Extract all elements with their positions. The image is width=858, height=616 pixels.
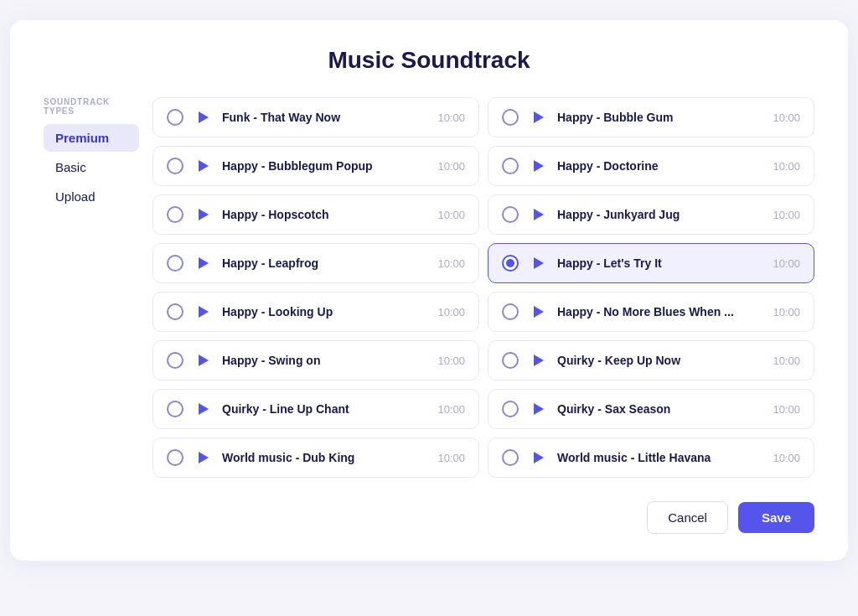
sidebar-item-basic[interactable]: Basic <box>44 153 139 181</box>
play-button[interactable] <box>194 303 212 321</box>
track-row[interactable]: Happy - Swing on10:00 <box>152 340 479 380</box>
play-icon <box>199 257 209 269</box>
track-row[interactable]: Happy - No More Blues When ...10:00 <box>488 292 814 332</box>
track-duration: 10:00 <box>437 257 465 270</box>
radio-button[interactable] <box>167 352 183 369</box>
track-row[interactable]: Happy - Let's Try It10:00 <box>488 243 814 283</box>
play-button[interactable] <box>194 205 212 224</box>
track-duration: 10:00 <box>773 257 800 270</box>
track-row[interactable]: World music - Dub King10:00 <box>152 437 479 478</box>
track-name: Happy - Leapfrog <box>222 256 422 270</box>
play-button[interactable] <box>194 254 212 272</box>
track-row[interactable]: World music - Little Havana10:00 <box>488 437 814 478</box>
sidebar-item-premium[interactable]: Premium <box>44 124 139 152</box>
radio-button[interactable] <box>502 352 519 369</box>
track-row[interactable]: Happy - Bubblegum Popup10:00 <box>152 146 479 186</box>
track-row[interactable]: Happy - Leapfrog10:00 <box>152 243 479 283</box>
play-icon <box>534 257 544 269</box>
radio-button[interactable] <box>502 401 519 417</box>
play-icon <box>534 452 544 463</box>
track-name: Happy - Swing on <box>222 354 422 367</box>
radio-button[interactable] <box>167 449 183 466</box>
track-duration: 10:00 <box>773 209 800 221</box>
radio-button[interactable] <box>502 109 519 126</box>
play-icon <box>199 452 209 463</box>
track-name: Quirky - Line Up Chant <box>222 402 422 416</box>
music-soundtrack-modal: Music Soundtrack SOUNDTRACK TYPES Premiu… <box>10 20 848 561</box>
track-name: Quirky - Sax Season <box>557 402 757 416</box>
track-name: World music - Little Havana <box>557 451 757 464</box>
track-name: Happy - Let's Try It <box>557 256 757 270</box>
radio-button[interactable] <box>167 255 183 272</box>
play-button[interactable] <box>529 351 547 370</box>
sidebar-item-upload[interactable]: Upload <box>44 183 139 210</box>
play-button[interactable] <box>194 448 212 467</box>
save-button[interactable]: Save <box>738 502 814 533</box>
track-row[interactable]: Happy - Bubble Gum10:00 <box>488 97 814 137</box>
track-name: World music - Dub King <box>222 451 422 464</box>
play-button[interactable] <box>529 205 547 224</box>
track-row[interactable]: Happy - Junkyard Jug10:00 <box>488 194 814 235</box>
radio-button[interactable] <box>502 449 519 466</box>
play-icon <box>534 306 544 318</box>
track-row[interactable]: Happy - Doctorine10:00 <box>488 146 814 186</box>
track-duration: 10:00 <box>773 403 800 416</box>
track-row[interactable]: Funk - That Way Now10:00 <box>152 97 479 137</box>
play-button[interactable] <box>194 400 212 418</box>
radio-button[interactable] <box>502 158 519 174</box>
track-duration: 10:00 <box>773 452 800 464</box>
track-row[interactable]: Quirky - Line Up Chant10:00 <box>152 389 479 429</box>
play-button[interactable] <box>194 108 212 127</box>
play-button[interactable] <box>529 108 547 127</box>
play-button[interactable] <box>529 254 547 272</box>
sidebar: SOUNDTRACK TYPES Premium Basic Upload <box>44 97 152 478</box>
play-button[interactable] <box>529 303 547 321</box>
play-icon <box>199 160 209 172</box>
play-icon <box>199 306 209 318</box>
track-duration: 10:00 <box>437 209 465 221</box>
track-name: Funk - That Way Now <box>222 111 422 124</box>
play-icon <box>199 111 209 123</box>
track-duration: 10:00 <box>437 306 465 318</box>
play-button[interactable] <box>529 400 547 418</box>
radio-button[interactable] <box>167 206 183 223</box>
play-button[interactable] <box>194 351 212 370</box>
play-icon <box>199 209 209 220</box>
track-duration: 10:00 <box>437 403 465 416</box>
track-name: Happy - Doctorine <box>557 159 757 173</box>
radio-button[interactable] <box>502 206 519 223</box>
radio-button[interactable] <box>167 401 183 417</box>
radio-button[interactable] <box>167 303 183 320</box>
radio-button[interactable] <box>167 109 183 126</box>
track-name: Quirky - Keep Up Now <box>557 354 757 367</box>
modal-title: Music Soundtrack <box>44 47 814 74</box>
play-button[interactable] <box>529 448 547 467</box>
track-row[interactable]: Happy - Looking Up10:00 <box>152 292 479 332</box>
track-duration: 10:00 <box>437 111 465 124</box>
track-name: Happy - Looking Up <box>222 305 422 318</box>
play-button[interactable] <box>194 157 212 175</box>
play-button[interactable] <box>529 157 547 175</box>
play-icon <box>534 209 544 220</box>
radio-button[interactable] <box>502 303 519 320</box>
track-name: Happy - No More Blues When ... <box>557 305 757 318</box>
play-icon <box>534 111 544 123</box>
cancel-button[interactable]: Cancel <box>647 501 728 534</box>
track-duration: 10:00 <box>773 306 800 318</box>
radio-button[interactable] <box>167 158 183 174</box>
play-icon <box>534 160 544 172</box>
track-row[interactable]: Happy - Hopscotch10:00 <box>152 194 479 235</box>
sidebar-section-label: SOUNDTRACK TYPES <box>44 97 139 116</box>
track-row[interactable]: Quirky - Sax Season10:00 <box>488 389 814 429</box>
play-icon <box>199 403 209 415</box>
play-icon <box>199 355 209 366</box>
track-duration: 10:00 <box>773 160 800 173</box>
track-row[interactable]: Quirky - Keep Up Now10:00 <box>488 340 814 380</box>
track-name: Happy - Hopscotch <box>222 208 422 221</box>
play-icon <box>534 355 544 366</box>
radio-button[interactable] <box>502 255 519 272</box>
content-area: SOUNDTRACK TYPES Premium Basic Upload Fu… <box>44 97 814 478</box>
tracks-grid: Funk - That Way Now10:00Happy - Bubble G… <box>152 97 814 478</box>
track-duration: 10:00 <box>437 355 465 367</box>
track-duration: 10:00 <box>773 111 800 124</box>
